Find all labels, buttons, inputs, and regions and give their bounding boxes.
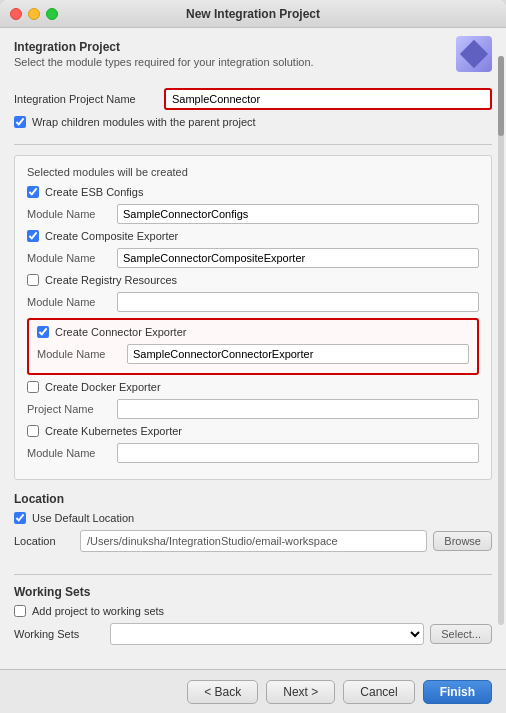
project-name-label: Integration Project Name: [14, 93, 164, 105]
header-text: Integration Project Select the module ty…: [14, 40, 456, 78]
project-name-row: Integration Project Name: [14, 88, 492, 110]
minimize-button[interactable]: [28, 8, 40, 20]
cancel-button[interactable]: Cancel: [343, 680, 414, 704]
add-to-sets-checkbox[interactable]: [14, 605, 26, 617]
working-sets-title: Working Sets: [14, 585, 492, 599]
add-to-sets-row: Add project to working sets: [14, 605, 492, 617]
composite-exporter-label: Create Composite Exporter: [45, 230, 178, 242]
maximize-button[interactable]: [46, 8, 58, 20]
connector-exporter-group: Create Connector Exporter Module Name: [27, 318, 479, 375]
composite-exporter-checkbox-row: Create Composite Exporter: [27, 230, 479, 242]
esb-configs-checkbox-row: Create ESB Configs: [27, 186, 479, 198]
logo-icon: [456, 36, 492, 72]
registry-resources-name-label: Module Name: [27, 296, 117, 308]
next-button[interactable]: Next >: [266, 680, 335, 704]
location-input[interactable]: [80, 530, 427, 552]
close-button[interactable]: [10, 8, 22, 20]
kubernetes-module-name-row: Module Name: [27, 443, 479, 463]
modules-title: Selected modules will be created: [27, 166, 479, 178]
scrollbar[interactable]: [498, 56, 504, 625]
section-subtitle: Select the module types required for you…: [14, 56, 456, 68]
kubernetes-exporter-label: Create Kubernetes Exporter: [45, 425, 182, 437]
esb-configs-label: Create ESB Configs: [45, 186, 143, 198]
registry-resources-label: Create Registry Resources: [45, 274, 177, 286]
titlebar: New Integration Project: [0, 0, 506, 28]
docker-project-name-row: Project Name: [27, 399, 479, 419]
registry-resources-checkbox[interactable]: [27, 274, 39, 286]
composite-exporter-name-row: Module Name: [27, 248, 479, 268]
working-sets-select-row: Working Sets Select...: [14, 623, 492, 645]
svg-marker-0: [465, 45, 483, 63]
footer: < Back Next > Cancel Finish: [0, 669, 506, 713]
wrap-children-checkbox[interactable]: [14, 116, 26, 128]
connector-exporter-name-label: Module Name: [37, 348, 127, 360]
working-sets-section: Working Sets Add project to working sets…: [14, 585, 492, 645]
wrap-children-row: Wrap children modules with the parent pr…: [14, 116, 492, 128]
connector-exporter-checkbox[interactable]: [37, 326, 49, 338]
connector-exporter-label: Create Connector Exporter: [55, 326, 186, 338]
connector-exporter-name-row: Module Name: [37, 344, 469, 364]
esb-configs-name-row: Module Name: [27, 204, 479, 224]
divider-1: [14, 144, 492, 145]
composite-exporter-name-label: Module Name: [27, 252, 117, 264]
connector-exporter-checkbox-row: Create Connector Exporter: [37, 326, 469, 338]
modules-section: Selected modules will be created Create …: [14, 155, 492, 480]
finish-button[interactable]: Finish: [423, 680, 492, 704]
project-name-input[interactable]: [164, 88, 492, 110]
docker-project-name-input[interactable]: [117, 399, 479, 419]
registry-resources-name-input[interactable]: [117, 292, 479, 312]
kubernetes-exporter-checkbox[interactable]: [27, 425, 39, 437]
divider-2: [14, 574, 492, 575]
composite-exporter-checkbox[interactable]: [27, 230, 39, 242]
main-window: New Integration Project Integration Proj…: [0, 0, 506, 713]
traffic-lights: [10, 8, 58, 20]
working-sets-label: Working Sets: [14, 628, 104, 640]
kubernetes-module-name-label: Module Name: [27, 447, 117, 459]
connector-exporter-name-input[interactable]: [127, 344, 469, 364]
scroll-thumb[interactable]: [498, 56, 504, 136]
wrap-children-label: Wrap children modules with the parent pr…: [32, 116, 256, 128]
location-section: Location Use Default Location Location B…: [14, 492, 492, 552]
composite-exporter-group: Create Composite Exporter Module Name: [27, 230, 479, 268]
esb-configs-name-label: Module Name: [27, 208, 117, 220]
window-title: New Integration Project: [186, 7, 320, 21]
docker-exporter-group: Create Docker Exporter Project Name: [27, 381, 479, 419]
section-title: Integration Project: [14, 40, 456, 54]
add-to-sets-label: Add project to working sets: [32, 605, 164, 617]
kubernetes-exporter-group: Create Kubernetes Exporter Module Name: [27, 425, 479, 463]
logo-svg: [463, 43, 485, 65]
working-sets-dropdown[interactable]: [110, 623, 424, 645]
browse-button[interactable]: Browse: [433, 531, 492, 551]
location-row: Location Browse: [14, 530, 492, 552]
select-button[interactable]: Select...: [430, 624, 492, 644]
docker-exporter-label: Create Docker Exporter: [45, 381, 161, 393]
registry-resources-group: Create Registry Resources Module Name: [27, 274, 479, 312]
location-title: Location: [14, 492, 492, 506]
docker-exporter-checkbox-row: Create Docker Exporter: [27, 381, 479, 393]
header-area: Integration Project Select the module ty…: [14, 40, 492, 78]
registry-resources-name-row: Module Name: [27, 292, 479, 312]
esb-configs-checkbox[interactable]: [27, 186, 39, 198]
main-content: Integration Project Select the module ty…: [0, 28, 506, 669]
use-default-checkbox[interactable]: [14, 512, 26, 524]
use-default-row: Use Default Location: [14, 512, 492, 524]
back-button[interactable]: < Back: [187, 680, 258, 704]
registry-resources-checkbox-row: Create Registry Resources: [27, 274, 479, 286]
esb-configs-group: Create ESB Configs Module Name: [27, 186, 479, 224]
kubernetes-module-name-input[interactable]: [117, 443, 479, 463]
docker-exporter-checkbox[interactable]: [27, 381, 39, 393]
kubernetes-exporter-checkbox-row: Create Kubernetes Exporter: [27, 425, 479, 437]
svg-marker-1: [468, 48, 480, 60]
esb-configs-name-input[interactable]: [117, 204, 479, 224]
location-label: Location: [14, 535, 74, 547]
use-default-label: Use Default Location: [32, 512, 134, 524]
composite-exporter-name-input[interactable]: [117, 248, 479, 268]
docker-project-name-label: Project Name: [27, 403, 117, 415]
